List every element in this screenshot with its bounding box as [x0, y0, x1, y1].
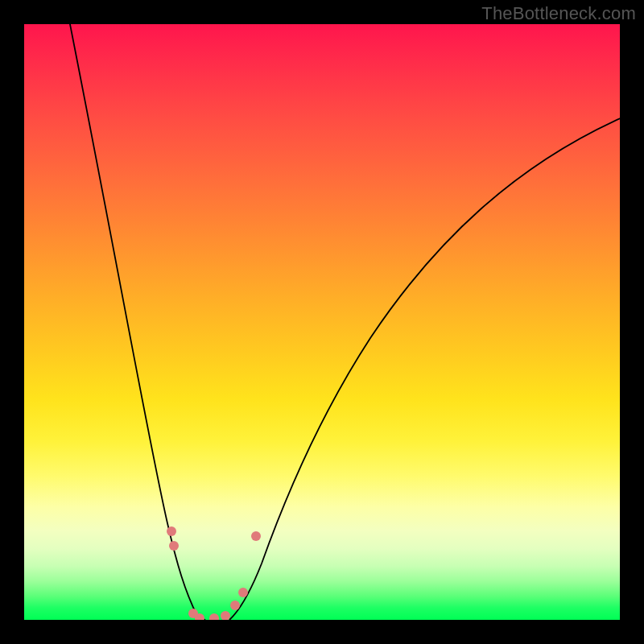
right-curve — [229, 117, 620, 620]
data-point — [238, 588, 248, 597]
data-point — [169, 541, 179, 551]
chart-svg — [24, 24, 620, 620]
data-point — [167, 526, 176, 536]
data-point — [251, 531, 261, 541]
plot-area — [24, 24, 620, 620]
data-point — [209, 613, 219, 620]
data-point — [221, 611, 230, 620]
watermark-text: TheBottleneck.com — [481, 3, 636, 24]
outer-frame: TheBottleneck.com — [0, 0, 644, 644]
left-curve — [68, 24, 205, 620]
data-point — [230, 601, 240, 610]
